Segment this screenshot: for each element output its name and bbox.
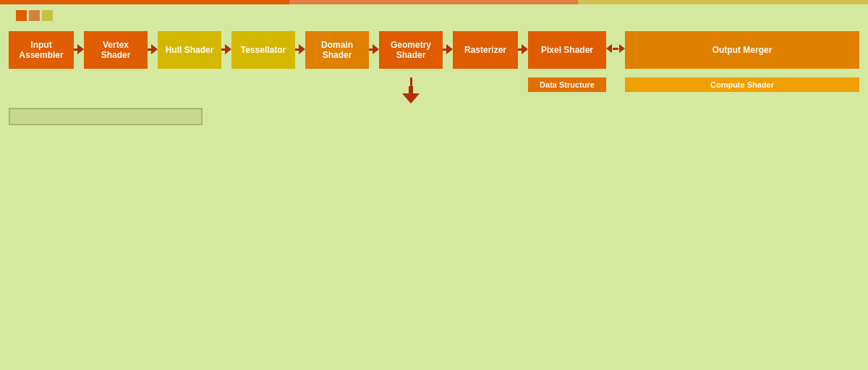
stage-box-geometry-shader: Geometry Shader (379, 31, 443, 69)
stage-tessellator: Tessellator (231, 31, 295, 72)
stage-box-tessellator: Tessellator (231, 31, 295, 69)
stage-rasterizer: Rasterizer (453, 31, 518, 72)
bottom-left-box (9, 108, 203, 125)
stage-domain-shader: Domain Shader (305, 31, 369, 72)
header (0, 4, 868, 24)
stage-box-rasterizer: Rasterizer (453, 31, 518, 69)
color-squares (16, 10, 53, 21)
stage-input-assembler: Input Assembler (9, 31, 74, 72)
conn-8 (606, 44, 625, 53)
stage-box-output-merger: Output Merger (625, 31, 859, 69)
stage-output-merger: Output Merger Compute Shader (625, 31, 859, 94)
stage-vertex-shader: Vertex Shader (84, 31, 148, 72)
compute-shader-box: Compute Shader (625, 77, 859, 92)
stage-box-hull-shader: Hull Shader (158, 31, 221, 69)
conn-1 (74, 44, 84, 54)
stage-box-vertex-shader: Vertex Shader (84, 31, 148, 69)
stream-output-group (379, 77, 443, 104)
conn-7 (518, 44, 528, 54)
stream-output-desc-area (203, 108, 451, 125)
stream-output-line (410, 77, 412, 86)
conn-5 (369, 44, 379, 54)
stage-box-domain-shader: Domain Shader (305, 31, 369, 69)
conn-2 (148, 44, 158, 54)
pipeline-area: Input Assembler Vertex Shader Hull Shade… (0, 27, 868, 104)
conn-4 (295, 44, 305, 54)
stage-pixel-shader: Pixel Shader Data Structure (528, 31, 606, 94)
square-2 (29, 10, 40, 21)
stage-box-pixel-shader: Pixel Shader (528, 31, 606, 69)
bottom-section (0, 105, 868, 128)
square-3 (42, 10, 53, 21)
conn-3 (221, 44, 231, 54)
stream-output-label (409, 86, 413, 93)
data-structure-box: Data Structure (528, 77, 606, 92)
how-it-works-row (16, 10, 852, 21)
stage-hull-shader: Hull Shader (158, 31, 221, 72)
stage-box-input-assembler: Input Assembler (9, 31, 74, 69)
stage-geometry-shader-group: Geometry Shader (379, 31, 443, 104)
conn-6 (443, 44, 453, 54)
square-1 (16, 10, 27, 21)
stream-output-arrow (402, 93, 420, 104)
